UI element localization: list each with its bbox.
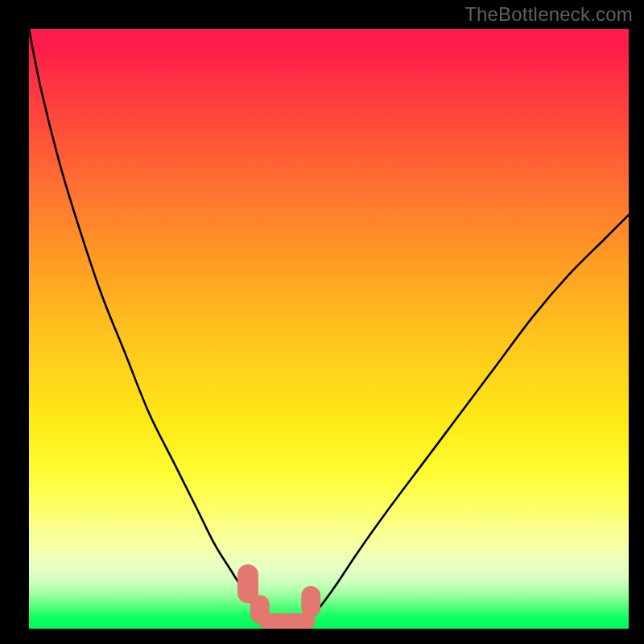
floor-marker xyxy=(258,613,316,629)
plot-area xyxy=(29,29,629,629)
watermark-text: TheBottleneck.com xyxy=(464,3,633,26)
chart-frame: TheBottleneck.com xyxy=(0,0,644,644)
series-right-curve xyxy=(305,215,629,620)
right-marker xyxy=(301,586,320,617)
series-left-curve xyxy=(29,29,269,620)
curves-layer xyxy=(29,29,629,629)
